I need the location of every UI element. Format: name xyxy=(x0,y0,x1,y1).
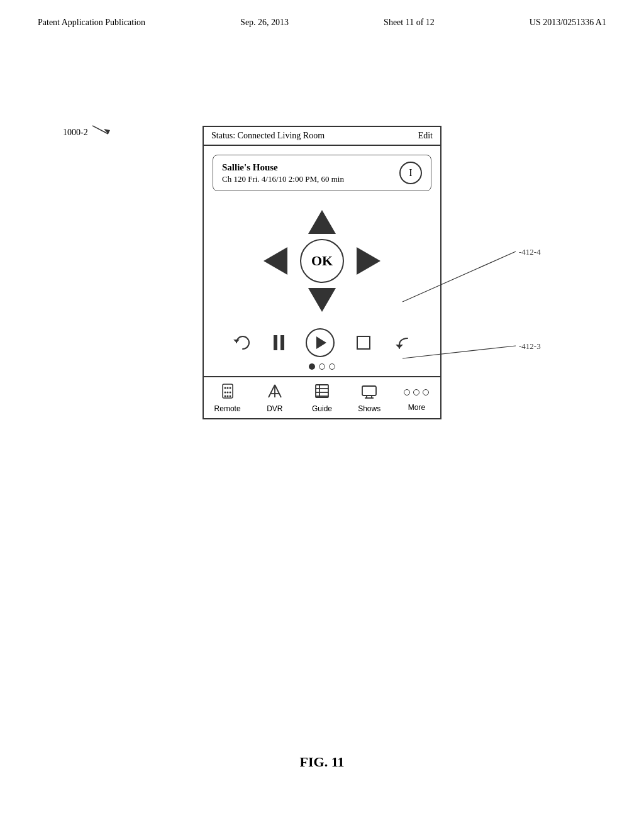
info-card-icon[interactable]: I xyxy=(399,162,422,184)
stop-button[interactable] xyxy=(357,336,370,350)
tab-remote-label: Remote xyxy=(214,404,241,413)
patent-header: Patent Application Publication Sep. 26, … xyxy=(0,0,644,28)
pause-bar-1 xyxy=(274,335,277,350)
info-card-sub: Ch 120 Fri. 4/16/10 2:00 PM, 60 min xyxy=(222,174,344,184)
left-arrow-icon xyxy=(264,247,287,275)
svg-point-10 xyxy=(226,387,228,389)
back-button[interactable] xyxy=(392,333,411,352)
fig-label: FIG. 11 xyxy=(0,754,644,770)
svg-rect-15 xyxy=(316,385,328,397)
dot-3 xyxy=(329,363,335,370)
tab-guide-label: Guide xyxy=(312,404,332,413)
right-arrow-icon xyxy=(357,247,380,275)
nav-up-button[interactable] xyxy=(308,210,336,234)
header-left: Patent Application Publication xyxy=(38,18,145,28)
tab-more-label: More xyxy=(408,403,425,412)
dot-1 xyxy=(309,363,315,370)
svg-point-8 xyxy=(224,396,226,397)
svg-point-6 xyxy=(224,392,226,394)
phone-mockup: Status: Connected Living Room Edit Salli… xyxy=(203,126,441,419)
edit-button[interactable]: Edit xyxy=(418,131,433,141)
svg-marker-1 xyxy=(233,340,240,343)
up-arrow-icon xyxy=(308,210,336,234)
pause-button[interactable] xyxy=(274,335,284,350)
play-button[interactable] xyxy=(306,328,335,357)
tab-guide[interactable]: Guide xyxy=(298,382,345,413)
svg-point-11 xyxy=(226,392,228,394)
media-controls xyxy=(204,318,440,361)
header-patent: US 2013/0251336 A1 xyxy=(530,18,606,28)
tab-shows-label: Shows xyxy=(358,404,380,413)
tab-shows[interactable]: Shows xyxy=(346,382,393,413)
svg-point-7 xyxy=(229,392,231,394)
dvr-icon xyxy=(266,382,284,402)
svg-text:-412-3: -412-3 xyxy=(519,341,541,351)
pause-bar-2 xyxy=(280,335,284,350)
stop-icon xyxy=(357,336,370,350)
svg-point-5 xyxy=(229,387,231,389)
nav-cross: OK xyxy=(204,197,440,318)
shows-icon xyxy=(360,382,378,402)
header-sheet: Sheet 11 of 12 xyxy=(384,18,435,28)
guide-icon xyxy=(313,382,331,402)
tab-more[interactable]: More xyxy=(393,384,440,412)
more-icon xyxy=(404,384,429,401)
tab-remote[interactable]: Remote xyxy=(204,382,251,413)
play-icon xyxy=(316,336,326,349)
ok-label: OK xyxy=(311,253,333,269)
status-text: Status: Connected Living Room xyxy=(211,131,325,141)
info-card-title: Sallie's House xyxy=(222,162,344,173)
down-arrow-icon xyxy=(308,288,336,312)
svg-point-9 xyxy=(229,396,231,397)
nav-right-button[interactable] xyxy=(357,247,380,275)
nav-down-button[interactable] xyxy=(308,288,336,312)
dot-2 xyxy=(319,363,325,370)
svg-point-4 xyxy=(224,387,226,389)
header-date: Sep. 26, 2013 xyxy=(240,18,289,28)
info-card: Sallie's House Ch 120 Fri. 4/16/10 2:00 … xyxy=(213,155,431,191)
svg-rect-20 xyxy=(362,386,376,396)
dot-indicators xyxy=(204,361,440,376)
tab-dvr[interactable]: DVR xyxy=(251,382,298,413)
status-bar: Status: Connected Living Room Edit xyxy=(204,127,440,146)
tab-bar: Remote DVR xyxy=(204,376,440,418)
nav-left-button[interactable] xyxy=(264,247,287,275)
nav-ok-button[interactable]: OK xyxy=(300,239,344,283)
svg-point-12 xyxy=(226,396,228,397)
remote-icon xyxy=(219,382,236,402)
svg-text:-412-4: -412-4 xyxy=(519,247,541,257)
svg-marker-2 xyxy=(396,345,403,348)
replay-button[interactable] xyxy=(233,333,252,352)
ref-label-1000-2: 1000-2 xyxy=(63,123,111,138)
tab-dvr-label: DVR xyxy=(267,404,282,413)
